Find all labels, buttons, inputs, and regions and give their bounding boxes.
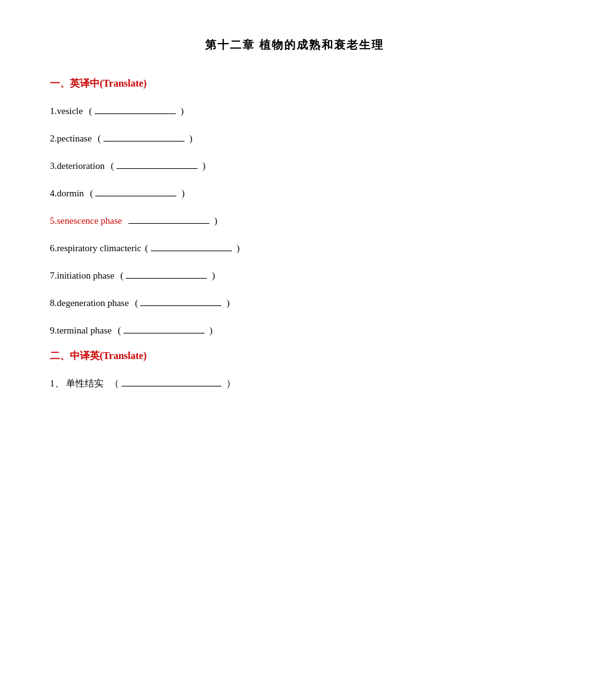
- paren-close-7: ): [212, 271, 215, 281]
- answer-blank-6[interactable]: [151, 240, 232, 251]
- question-item-5: 5.senescence phase ): [50, 213, 539, 226]
- question-label-9: 9.terminal phase (: [50, 325, 121, 336]
- question-item-7: 7.initiation phase ( ): [50, 267, 539, 281]
- answer-blank-1[interactable]: [95, 103, 176, 114]
- question-label-cn-1: 1、 单性结实 （: [50, 378, 119, 390]
- question-label-5: 5.senescence phase: [50, 216, 122, 226]
- paren-close-4: ): [181, 188, 184, 199]
- paren-close-5: ): [214, 216, 218, 226]
- question-item-9: 9.terminal phase ( ): [50, 322, 539, 336]
- answer-blank-7[interactable]: [126, 267, 207, 279]
- question-label-7: 7.initiation phase (: [50, 271, 123, 281]
- answer-blank-9[interactable]: [123, 322, 204, 333]
- answer-blank-2[interactable]: [103, 130, 184, 141]
- question-item-3: 3.deterioration ( ): [50, 158, 539, 171]
- question-label-3: 3.deterioration (: [50, 161, 114, 171]
- answer-blank-8[interactable]: [140, 295, 221, 306]
- question-item-4: 4.dormin ( ): [50, 185, 539, 199]
- paren-close-cn-1: ）: [226, 378, 236, 390]
- paren-close-1: ): [181, 106, 184, 117]
- answer-blank-cn-1[interactable]: [122, 375, 221, 386]
- page-title: 第十二章 植物的成熟和衰老生理: [50, 37, 539, 52]
- paren-close-3: ): [203, 161, 206, 171]
- section2-header: 二、中译英(Translate): [50, 350, 539, 363]
- paren-close-8: ): [226, 298, 229, 309]
- answer-blank-5[interactable]: [128, 213, 209, 224]
- question-item-8: 8.degeneration phase ( ): [50, 295, 539, 309]
- question-label-1: 1.vesicle (: [50, 106, 92, 117]
- question-item-cn-1: 1、 单性结实 （ ）: [50, 375, 539, 390]
- paren-close-6: ): [237, 243, 240, 254]
- question-label-6: 6.respiratory climacteric(: [50, 243, 148, 254]
- question-item-6: 6.respiratory climacteric( ): [50, 240, 539, 254]
- question-item-2: 2.pectinase ( ): [50, 130, 539, 144]
- answer-blank-4[interactable]: [95, 185, 176, 196]
- question-label-2: 2.pectinase (: [50, 133, 101, 144]
- section1-header: 一、英译中(Translate): [50, 77, 539, 90]
- answer-blank-3[interactable]: [117, 158, 198, 169]
- question-item-1: 1.vesicle ( ): [50, 103, 539, 117]
- question-label-8: 8.degeneration phase (: [50, 298, 138, 309]
- paren-close-2: ): [189, 133, 193, 144]
- question-label-4: 4.dormin (: [50, 188, 93, 199]
- paren-close-9: ): [209, 325, 213, 336]
